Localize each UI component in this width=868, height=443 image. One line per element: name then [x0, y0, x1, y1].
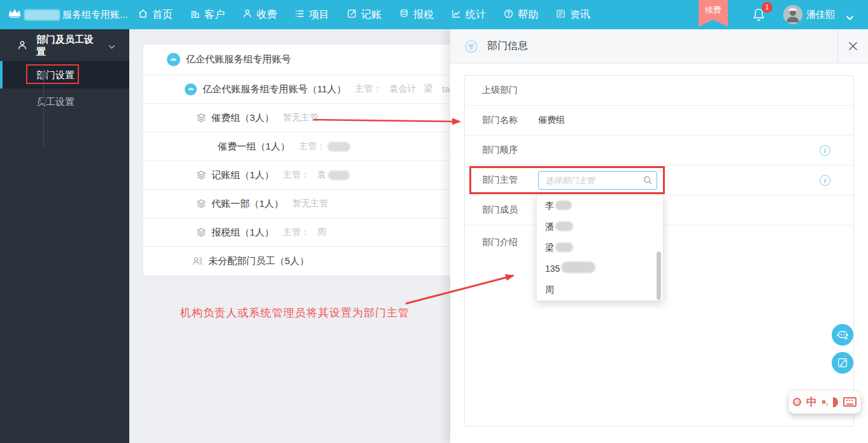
department-name: 记账组（1人） — [211, 169, 274, 181]
highlight-box-department-settings — [26, 64, 79, 84]
redacted-name — [328, 171, 350, 180]
supervisor-name: 袁会计 — [390, 83, 416, 95]
ime-keyboard-icon[interactable] — [843, 397, 857, 407]
close-icon — [848, 41, 858, 51]
supervisor-label: 主管： — [283, 169, 309, 181]
dropdown-item[interactable]: 李 — [537, 195, 663, 216]
department-name: 报税组（1人） — [211, 227, 274, 239]
nav-label: 帮助 — [518, 8, 538, 22]
sidebar: 部门及员工设置 部门设置 员工设置 — [0, 29, 129, 443]
nav-item-news[interactable]: 资讯 — [555, 8, 590, 22]
news-icon — [555, 8, 566, 22]
nav-item-bookkeeping[interactable]: 记账 — [346, 8, 381, 22]
supervisor-dropdown: 李 潘 梁 135 周 — [536, 195, 664, 301]
app-root: 服务组专用账... 首页 客户 收费 项目 记账 — [0, 0, 868, 443]
layers-icon — [196, 227, 206, 237]
form-row-parent-department: 上级部门 — [465, 76, 853, 106]
nav-item-tax[interactable]: 报税 — [399, 8, 434, 22]
dropdown-item-text: 梁 — [545, 243, 554, 253]
ime-toolbar: 中 , — [788, 390, 861, 414]
user-menu-chevron-down-icon[interactable] — [846, 12, 854, 24]
dropdown-item[interactable]: 潘 — [537, 216, 663, 237]
dropdown-item-text: 潘 — [545, 222, 554, 232]
close-button[interactable] — [837, 29, 868, 64]
fees-icon — [242, 8, 253, 22]
nav-label: 资讯 — [570, 8, 590, 22]
supervisor-label: 主管： — [299, 141, 325, 152]
customer-service-button[interactable] — [832, 324, 853, 346]
feedback-button[interactable] — [832, 352, 853, 374]
edit-pencil-icon — [836, 356, 849, 369]
nav-item-projects[interactable]: 项目 — [294, 8, 329, 22]
crown-logo-icon — [8, 7, 22, 23]
unassigned-employees-row[interactable]: 未分配部门员工（5人） — [143, 247, 450, 276]
info-icon[interactable]: i — [820, 175, 830, 186]
ime-chinese-mode-icon[interactable]: 中 — [806, 397, 817, 407]
department-row[interactable]: 报税组（1人） 主管： 周 — [143, 218, 450, 247]
stats-icon — [451, 8, 462, 22]
nav-item-help[interactable]: 帮助 — [503, 8, 538, 22]
main-nav: 首页 客户 收费 项目 记账 报税 — [138, 0, 590, 29]
supervisor-name: 袁 — [317, 169, 326, 181]
panel-header: 部门信息 — [450, 29, 868, 64]
crown-badge-icon — [167, 53, 180, 66]
ime-logo-icon[interactable] — [793, 398, 801, 406]
field-value: 催费组 — [538, 115, 565, 126]
ime-halfwidth-icon[interactable] — [833, 397, 838, 407]
nav-item-stats[interactable]: 统计 — [451, 8, 486, 22]
help-icon — [503, 8, 514, 22]
timeline-dot-hollow — [40, 97, 46, 104]
nav-label: 记账 — [361, 8, 381, 22]
layers-icon — [196, 113, 206, 123]
dropdown-item-text: 135 — [545, 264, 560, 274]
renew-badge[interactable]: 续费 — [699, 0, 728, 27]
redacted-name — [555, 200, 572, 210]
nav-label: 客户 — [204, 8, 225, 22]
nav-item-home[interactable]: 首页 — [138, 8, 173, 22]
user-name[interactable]: 潘佳熙 — [806, 0, 835, 29]
department-cluster-icon — [464, 39, 478, 53]
field-label: 上级部门 — [482, 85, 518, 96]
sidebar-item-employee-settings[interactable]: 员工设置 — [0, 90, 129, 113]
info-icon[interactable]: i — [820, 145, 830, 156]
robot-headset-icon — [836, 328, 850, 342]
field-label: 部门介绍 — [482, 237, 518, 248]
brand-text: 服务组专用账... — [62, 9, 128, 21]
root-account-title: 亿企代账服务组专用账号 — [186, 53, 291, 66]
department-name: 催费组（3人） — [211, 112, 274, 124]
ime-punctuation-icon[interactable]: , — [822, 398, 828, 406]
redacted-name — [555, 222, 573, 231]
customers-icon — [190, 8, 201, 22]
no-supervisor-label: 暂无主管 — [292, 198, 328, 209]
sidebar-header-dept-employee-settings[interactable]: 部门及员工设置 — [0, 29, 129, 62]
supervisor-name: 梁 — [424, 83, 433, 95]
nav-item-fees[interactable]: 收费 — [242, 8, 277, 22]
home-icon — [138, 8, 148, 22]
tree-root-row[interactable]: 亿企代账服务组专用账号 — [143, 45, 450, 75]
dropdown-item-text: 李 — [545, 200, 554, 211]
brand[interactable]: 服务组专用账... — [8, 0, 128, 29]
tax-icon — [399, 8, 409, 22]
nav-item-customers[interactable]: 客户 — [190, 8, 225, 22]
department-name: 未分配部门员工（5人） — [208, 255, 309, 267]
dropdown-item[interactable]: 梁 — [537, 237, 663, 258]
no-supervisor-label: 暂无主管 — [283, 112, 318, 123]
redacted-name — [555, 243, 573, 252]
projects-icon — [294, 8, 305, 22]
department-row[interactable]: 记账组（1人） 主管： 袁 — [143, 161, 450, 190]
dropdown-item[interactable]: 135 — [537, 258, 663, 279]
department-row[interactable]: 亿企代账服务组专用账号（11人） 主管： 袁会计 梁 tao — [143, 75, 450, 104]
department-row[interactable]: 代账一部（1人） 暂无主管 — [143, 190, 450, 218]
department-tree-card: 亿企代账服务组专用账号 亿企代账服务组专用账号（11人） 主管： 袁会计 梁 t… — [143, 45, 450, 276]
user-avatar[interactable] — [783, 5, 802, 24]
department-row[interactable]: 催费组（3人） 暂无主管 — [143, 104, 450, 132]
chevron-down-icon — [108, 41, 115, 52]
nav-label: 报税 — [413, 8, 434, 22]
red-annotation-text: 机构负责人或系统管理员将其设置为部门主管 — [180, 306, 409, 320]
field-label: 部门成员 — [482, 204, 518, 216]
dropdown-item[interactable]: 周 — [537, 279, 663, 300]
supervisor-name: tao — [443, 84, 450, 94]
department-row[interactable]: 催费一组（1人） 主管： — [143, 132, 450, 161]
dropdown-scrollbar[interactable] — [657, 251, 661, 300]
supervisor-name: 周 — [317, 227, 326, 238]
